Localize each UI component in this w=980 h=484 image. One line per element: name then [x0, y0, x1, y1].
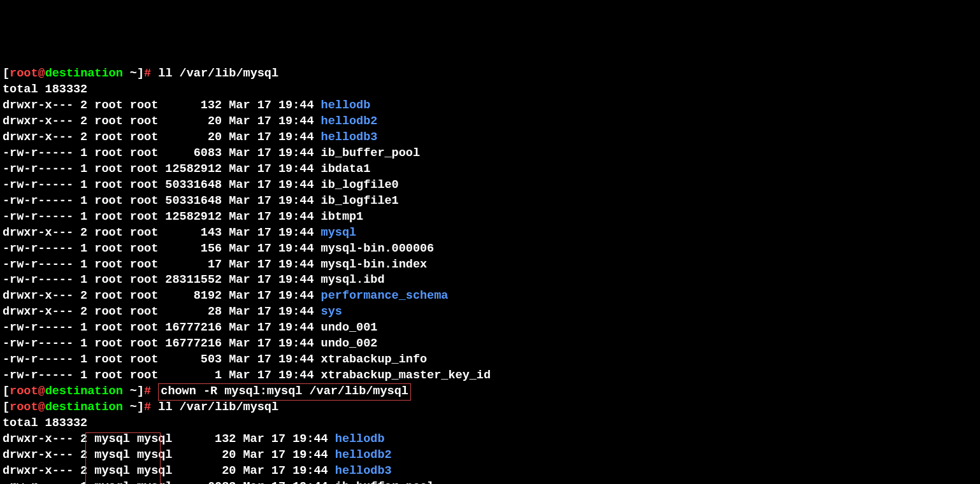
- file-attrs: drwxr-x--- 2 mysql mysql 132 Mar 17 19:4…: [3, 432, 335, 446]
- directory-name: performance_schema: [321, 289, 449, 302]
- file-listing-row: -rw-r----- 1 root root 503 Mar 17 19:44 …: [3, 352, 977, 368]
- file-attrs: -rw-r----- 1 root root 16777216 Mar 17 1…: [3, 337, 321, 350]
- command-text: ll /var/lib/mysql: [158, 401, 278, 414]
- total-line: total 183332: [3, 416, 977, 432]
- file-name: ib_buffer_pool: [335, 480, 434, 484]
- file-name: ibtmp1: [321, 210, 364, 224]
- file-attrs: -rw-r----- 1 root root 50331648 Mar 17 1…: [3, 178, 321, 192]
- file-listing-row: -rw-r----- 1 root root 50331648 Mar 17 1…: [3, 194, 977, 210]
- bracket: ]: [137, 385, 144, 398]
- prompt-at: @: [38, 67, 45, 80]
- directory-name: mysql: [321, 226, 357, 239]
- file-listing-row: -rw-r----- 1 root root 1 Mar 17 19:44 xt…: [3, 368, 977, 384]
- file-listing-row: drwxr-x--- 2 root root 20 Mar 17 19:44 h…: [3, 114, 977, 130]
- file-attrs: drwxr-x--- 2 root root 20 Mar 17 19:44: [3, 131, 321, 144]
- directory-name: sys: [321, 305, 342, 318]
- file-attrs: drwxr-x--- 2 root root 132 Mar 17 19:44: [3, 99, 321, 112]
- prompt-host: destination: [45, 67, 123, 80]
- file-listing-row: drwxr-x--- 2 root root 28 Mar 17 19:44 s…: [3, 304, 977, 320]
- file-name: ib_buffer_pool: [321, 146, 420, 160]
- file-name: mysql-bin.index: [321, 258, 428, 271]
- file-listing-row: drwxr-x--- 2 mysql mysql 20 Mar 17 19:44…: [3, 464, 977, 480]
- total-line: total 183332: [3, 82, 977, 98]
- file-attrs: -rw-r----- 1 root root 12582912 Mar 17 1…: [3, 162, 321, 176]
- highlighted-command: chown -R mysql:mysql /var/lib/mysql: [158, 383, 411, 401]
- prompt-line: [root@destination ~]# chown -R mysql:mys…: [3, 384, 977, 400]
- prompt-user: root: [10, 67, 38, 80]
- file-name: mysql.ibd: [321, 273, 385, 287]
- file-listing-row: -rw-r----- 1 root root 16777216 Mar 17 1…: [3, 320, 977, 336]
- file-attrs: -rw-r----- 1 root root 156 Mar 17 19:44: [3, 242, 321, 255]
- file-name: undo_001: [321, 321, 378, 334]
- file-listing-row: -rw-r----- 1 root root 16777216 Mar 17 1…: [3, 336, 977, 352]
- file-listing-row: -rw-r----- 1 root root 6083 Mar 17 19:44…: [3, 146, 977, 162]
- file-attrs: -rw-r----- 1 root root 1 Mar 17 19:44: [3, 369, 321, 382]
- bracket: [: [3, 401, 10, 414]
- file-attrs: -rw-r----- 1 root root 6083 Mar 17 19:44: [3, 146, 321, 160]
- file-attrs: drwxr-x--- 2 root root 28 Mar 17 19:44: [3, 305, 321, 318]
- file-attrs: -rw-r----- 1 root root 17 Mar 17 19:44: [3, 258, 321, 271]
- file-name: ib_logfile0: [321, 178, 399, 192]
- prompt-host: destination: [45, 401, 123, 414]
- prompt-line: [root@destination ~]# ll /var/lib/mysql: [3, 400, 977, 416]
- command-text: ll /var/lib/mysql: [158, 67, 278, 80]
- file-name: mysql-bin.000006: [321, 242, 435, 255]
- file-listing-row: -rw-r----- 1 root root 28311552 Mar 17 1…: [3, 273, 977, 288]
- prompt-line: [root@destination ~]# ll /var/lib/mysql: [3, 66, 977, 82]
- prompt-hash: #: [144, 385, 158, 398]
- file-listing-row: -rw-r----- 1 root root 12582912 Mar 17 1…: [3, 210, 977, 225]
- file-listing-row: -rw-r----- 1 root root 50331648 Mar 17 1…: [3, 178, 977, 194]
- file-listing-row: drwxr-x--- 2 mysql mysql 132 Mar 17 19:4…: [3, 432, 977, 448]
- directory-name: hellodb2: [335, 448, 392, 462]
- bracket: ]: [137, 67, 144, 80]
- file-attrs: -rw-r----- 1 root root 16777216 Mar 17 1…: [3, 321, 321, 334]
- prompt-user: root: [10, 385, 38, 398]
- file-attrs: drwxr-x--- 2 root root 143 Mar 17 19:44: [3, 226, 321, 239]
- directory-name: hellodb: [321, 99, 371, 112]
- prompt-hash: #: [144, 401, 158, 414]
- file-attrs: drwxr-x--- 2 mysql mysql 20 Mar 17 19:44: [3, 464, 335, 478]
- file-listing-row: -rw-r----- 1 mysql mysql 6083 Mar 17 19:…: [3, 480, 977, 484]
- file-name: ib_logfile1: [321, 194, 399, 208]
- file-attrs: drwxr-x--- 2 root root 20 Mar 17 19:44: [3, 115, 321, 128]
- prompt-hash: #: [144, 67, 158, 80]
- file-listing-row: -rw-r----- 1 root root 17 Mar 17 19:44 m…: [3, 257, 977, 273]
- prompt-tilde: ~: [123, 67, 137, 80]
- file-name: xtrabackup_master_key_id: [321, 369, 491, 382]
- prompt-user: root: [10, 401, 38, 414]
- bracket: [: [3, 385, 10, 398]
- prompt-tilde: ~: [123, 401, 137, 414]
- file-attrs: drwxr-x--- 2 root root 8192 Mar 17 19:44: [3, 289, 321, 302]
- file-listing-row: drwxr-x--- 2 root root 143 Mar 17 19:44 …: [3, 225, 977, 241]
- file-listing-row: drwxr-x--- 2 root root 8192 Mar 17 19:44…: [3, 288, 977, 304]
- file-attrs: -rw-r----- 1 root root 28311552 Mar 17 1…: [3, 273, 321, 287]
- directory-name: hellodb3: [335, 464, 392, 478]
- prompt-tilde: ~: [123, 385, 137, 398]
- directory-name: hellodb3: [321, 131, 378, 144]
- file-listing-row: drwxr-x--- 2 root root 20 Mar 17 19:44 h…: [3, 130, 977, 146]
- file-attrs: drwxr-x--- 2 mysql mysql 20 Mar 17 19:44: [3, 448, 335, 462]
- file-listing-row: -rw-r----- 1 root root 12582912 Mar 17 1…: [3, 162, 977, 178]
- file-attrs: -rw-r----- 1 root root 12582912 Mar 17 1…: [3, 210, 321, 224]
- terminal[interactable]: [root@destination ~]# ll /var/lib/mysqlt…: [3, 66, 977, 484]
- bracket: [: [3, 67, 10, 80]
- prompt-at: @: [38, 401, 45, 414]
- file-listing-row: drwxr-x--- 2 root root 132 Mar 17 19:44 …: [3, 98, 977, 114]
- file-name: ibdata1: [321, 162, 371, 176]
- bracket: ]: [137, 401, 144, 414]
- directory-name: hellodb2: [321, 115, 378, 128]
- file-listing-row: drwxr-x--- 2 mysql mysql 20 Mar 17 19:44…: [3, 448, 977, 464]
- file-attrs: -rw-r----- 1 mysql mysql 6083 Mar 17 19:…: [3, 480, 335, 484]
- file-name: xtrabackup_info: [321, 353, 428, 366]
- prompt-at: @: [38, 385, 45, 398]
- file-attrs: -rw-r----- 1 root root 50331648 Mar 17 1…: [3, 194, 321, 208]
- directory-name: hellodb: [335, 432, 385, 446]
- file-listing-row: -rw-r----- 1 root root 156 Mar 17 19:44 …: [3, 241, 977, 257]
- file-attrs: -rw-r----- 1 root root 503 Mar 17 19:44: [3, 353, 321, 366]
- file-name: undo_002: [321, 337, 378, 350]
- prompt-host: destination: [45, 385, 123, 398]
